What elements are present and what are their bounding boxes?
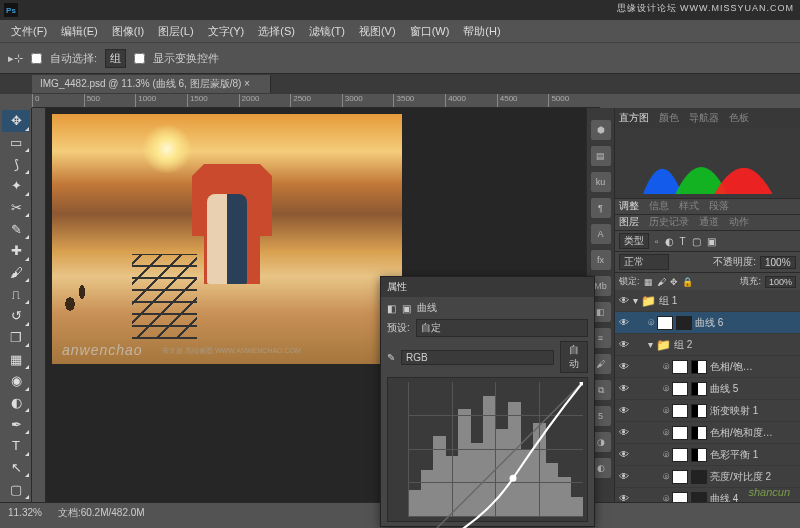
- link-icon[interactable]: ⦾: [663, 472, 669, 482]
- visibility-icon[interactable]: 👁: [617, 295, 630, 306]
- tab-adjustments[interactable]: 调整: [619, 199, 639, 214]
- menu-select[interactable]: 选择(S): [251, 24, 302, 39]
- tab-swatches[interactable]: 色板: [729, 111, 749, 125]
- visibility-icon[interactable]: 👁: [617, 317, 630, 328]
- properties-tab[interactable]: 属性: [381, 277, 594, 297]
- channel-dropdown[interactable]: RGB: [401, 350, 554, 365]
- layer-row[interactable]: 👁⦾色相/饱和度…: [615, 422, 800, 444]
- layer-row[interactable]: 👁⦾色彩平衡 1: [615, 444, 800, 466]
- menu-layer[interactable]: 图层(L): [151, 24, 200, 39]
- link-icon[interactable]: ⦾: [663, 450, 669, 460]
- visibility-icon[interactable]: 👁: [617, 449, 630, 460]
- eyedropper-tool[interactable]: ✎: [2, 218, 30, 240]
- lasso-tool[interactable]: ⟆: [2, 153, 30, 175]
- dock-icon-4[interactable]: ¶: [591, 198, 611, 218]
- auto-button[interactable]: 自动: [560, 341, 588, 373]
- tab-histogram[interactable]: 直方图: [619, 111, 649, 125]
- auto-select-dropdown[interactable]: 组: [105, 49, 126, 68]
- pen-tool[interactable]: ✒: [2, 413, 30, 435]
- lock-all-icon[interactable]: 🔒: [682, 277, 693, 287]
- layer-row[interactable]: 👁⦾曲线 5: [615, 378, 800, 400]
- crop-tool[interactable]: ✂: [2, 197, 30, 219]
- menu-view[interactable]: 视图(V): [352, 24, 403, 39]
- stamp-tool[interactable]: ⎍: [2, 283, 30, 305]
- tab-paragraph[interactable]: 段落: [709, 199, 729, 214]
- menu-window[interactable]: 窗口(W): [403, 24, 457, 39]
- link-icon[interactable]: ⦾: [663, 428, 669, 438]
- history-brush-tool[interactable]: ↺: [2, 305, 30, 327]
- menu-edit[interactable]: 编辑(E): [54, 24, 105, 39]
- eraser-tool[interactable]: ❐: [2, 327, 30, 349]
- fill-input[interactable]: 100%: [765, 276, 796, 288]
- layer-row[interactable]: 👁⦾渐变映射 1: [615, 400, 800, 422]
- auto-select-checkbox[interactable]: [31, 53, 42, 64]
- tab-actions[interactable]: 动作: [729, 215, 749, 230]
- document-tab[interactable]: IMG_4482.psd @ 11.3% (曲线 6, 图层蒙版/8) ×: [32, 75, 271, 93]
- show-transform-checkbox[interactable]: [134, 53, 145, 64]
- tab-channels[interactable]: 通道: [699, 215, 719, 230]
- menu-help[interactable]: 帮助(H): [456, 24, 507, 39]
- lock-transparency-icon[interactable]: ▦: [644, 277, 653, 287]
- tab-info[interactable]: 信息: [649, 199, 669, 214]
- tab-styles[interactable]: 样式: [679, 199, 699, 214]
- filter-adj-icon[interactable]: ◐: [665, 236, 674, 247]
- visibility-icon[interactable]: 👁: [617, 339, 630, 350]
- tab-navigator[interactable]: 导航器: [689, 111, 719, 125]
- lock-pixels-icon[interactable]: 🖌: [657, 277, 666, 287]
- link-icon[interactable]: ⦾: [663, 406, 669, 416]
- brush-tool[interactable]: 🖌: [2, 262, 30, 284]
- magic-wand-tool[interactable]: ✦: [2, 175, 30, 197]
- filter-smart-icon[interactable]: ▣: [707, 236, 716, 247]
- move-tool[interactable]: ✥: [2, 110, 30, 132]
- tab-color[interactable]: 颜色: [659, 111, 679, 125]
- healing-tool[interactable]: ✚: [2, 240, 30, 262]
- visibility-icon[interactable]: 👁: [617, 427, 630, 438]
- gradient-tool[interactable]: ▦: [2, 348, 30, 370]
- type-tool[interactable]: T: [2, 435, 30, 457]
- dock-icon-3[interactable]: ku: [591, 172, 611, 192]
- opacity-input[interactable]: 100%: [760, 256, 796, 269]
- menu-filter[interactable]: 滤镜(T): [302, 24, 352, 39]
- lock-position-icon[interactable]: ✥: [670, 277, 678, 287]
- layer-row[interactable]: 👁⦾色相/饱…: [615, 356, 800, 378]
- chevron-icon[interactable]: ▾: [633, 295, 638, 306]
- tab-layers[interactable]: 图层: [619, 215, 639, 230]
- shape-tool[interactable]: ▢: [2, 478, 30, 500]
- layer-kind-dropdown[interactable]: 类型: [619, 233, 649, 249]
- menu-file[interactable]: 文件(F): [4, 24, 54, 39]
- link-icon[interactable]: ⦾: [663, 494, 669, 503]
- link-icon[interactable]: ⦾: [648, 318, 654, 328]
- visibility-icon[interactable]: 👁: [617, 361, 630, 372]
- blend-mode-dropdown[interactable]: 正常: [619, 254, 669, 270]
- filter-type-icon[interactable]: T: [680, 236, 686, 247]
- filter-pixel-icon[interactable]: ▫: [655, 236, 659, 247]
- dock-icon-5[interactable]: A: [591, 224, 611, 244]
- menu-type[interactable]: 文字(Y): [201, 24, 252, 39]
- channel-sampler-icon[interactable]: ✎: [387, 352, 395, 363]
- chevron-icon[interactable]: ▾: [648, 339, 653, 350]
- path-tool[interactable]: ↖: [2, 457, 30, 479]
- visibility-icon[interactable]: 👁: [617, 383, 630, 394]
- visibility-icon[interactable]: 👁: [617, 405, 630, 416]
- curves-graph[interactable]: [387, 377, 588, 522]
- visibility-icon[interactable]: 👁: [617, 493, 630, 502]
- right-panels: 直方图 颜色 导航器 色板 调整 信息 样式 段落 图层 历史记录 通道 动作 …: [614, 108, 800, 502]
- layer-row[interactable]: 👁▾📁组 2: [615, 334, 800, 356]
- dock-icon-1[interactable]: ⬢: [591, 120, 611, 140]
- tab-history[interactable]: 历史记录: [649, 215, 689, 230]
- dodge-tool[interactable]: ◐: [2, 392, 30, 414]
- marquee-tool[interactable]: ▭: [2, 132, 30, 154]
- visibility-icon[interactable]: 👁: [617, 471, 630, 482]
- preset-dropdown[interactable]: 自定: [416, 319, 588, 337]
- filter-shape-icon[interactable]: ▢: [692, 236, 701, 247]
- layer-row[interactable]: 👁⦾曲线 6: [615, 312, 800, 334]
- dock-icon-6[interactable]: fx: [591, 250, 611, 270]
- blur-tool[interactable]: ◉: [2, 370, 30, 392]
- layer-row[interactable]: 👁⦾亮度/对比度 2: [615, 466, 800, 488]
- link-icon[interactable]: ⦾: [663, 384, 669, 394]
- layer-row[interactable]: 👁▾📁组 1: [615, 290, 800, 312]
- link-icon[interactable]: ⦾: [663, 362, 669, 372]
- menu-image[interactable]: 图像(I): [105, 24, 151, 39]
- zoom-level[interactable]: 11.32%: [8, 507, 42, 518]
- dock-icon-2[interactable]: ▤: [591, 146, 611, 166]
